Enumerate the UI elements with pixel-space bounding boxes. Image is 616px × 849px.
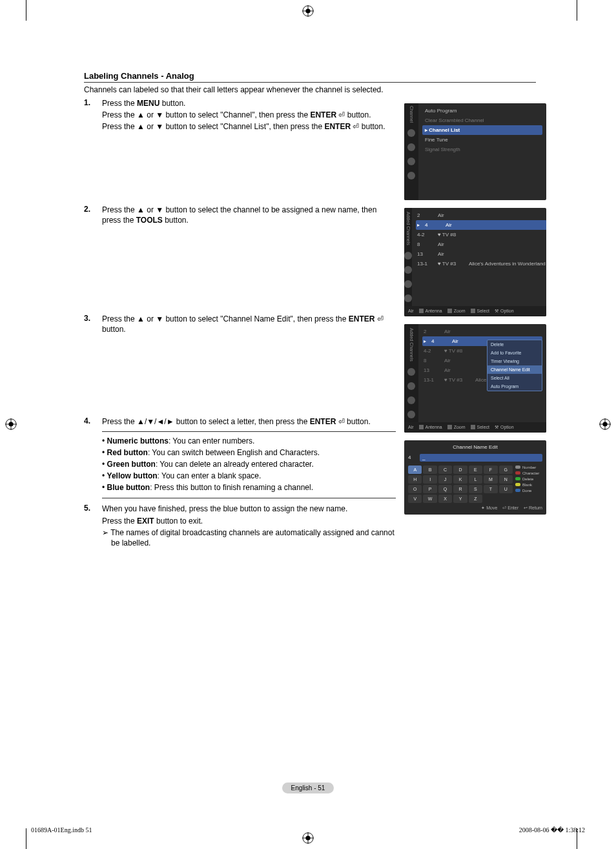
channel-row[interactable]: 4-2♥ TV #8 bbox=[416, 230, 546, 240]
menu-item[interactable]: Fine Tune bbox=[422, 135, 542, 145]
kb-key[interactable]: F bbox=[484, 465, 497, 474]
step-num: 5. bbox=[84, 504, 102, 549]
print-file: 01689A-01Eng.indb 51 bbox=[31, 826, 92, 834]
step-num: 1. bbox=[84, 98, 102, 134]
screenshot-channel-list-tools: Added Channels 2Air ▸ 4Air 4-2♥ TV #8 8A… bbox=[404, 324, 546, 433]
kb-title: Channel Name Edit bbox=[408, 444, 542, 450]
menu-item[interactable]: Clear Scrambled Channel bbox=[422, 116, 542, 125]
section-heading: Labeling Channels - Analog bbox=[84, 71, 536, 83]
enter-icon: ⏎ bbox=[377, 314, 384, 323]
ctx-item[interactable]: Select All bbox=[488, 374, 542, 382]
sub-red: Red button: You can switch between Engli… bbox=[102, 447, 396, 458]
ctx-item[interactable]: Add to Favorite bbox=[488, 349, 542, 357]
channel-row[interactable]: 8Air bbox=[416, 240, 546, 249]
kb-key[interactable]: L bbox=[469, 475, 482, 484]
kb-legend: Number Character Delete Blank Done bbox=[515, 465, 542, 503]
ctx-item[interactable]: Delete bbox=[488, 340, 542, 349]
kb-key[interactable]: H bbox=[408, 475, 422, 484]
antenna-icon bbox=[407, 382, 415, 390]
kb-key[interactable]: D bbox=[453, 465, 467, 474]
kb-key[interactable]: N bbox=[499, 475, 513, 484]
globe-icon bbox=[407, 411, 415, 418]
kb-key[interactable]: P bbox=[423, 485, 436, 493]
kb-key[interactable]: M bbox=[484, 475, 497, 484]
kb-key[interactable]: Y bbox=[453, 495, 467, 503]
side-label: Added Channels bbox=[406, 212, 411, 245]
side-label: Added Channels bbox=[409, 328, 414, 362]
menu-item[interactable]: Signal Strength bbox=[422, 145, 542, 154]
kb-key[interactable]: G bbox=[499, 465, 513, 474]
legend-dot bbox=[515, 489, 520, 492]
kb-footer: ✦ Move ⏎ Enter ↩ Return bbox=[408, 503, 542, 511]
screen-footer: Air Antenna Zoom Select ⚒Option bbox=[404, 422, 546, 433]
screen-footer: Air Antenna Zoom Select ⚒Option bbox=[404, 306, 546, 316]
kb-input[interactable]: _ bbox=[420, 454, 542, 462]
tools-icon: ⚒ bbox=[495, 425, 498, 430]
square-icon bbox=[471, 309, 475, 313]
square-icon bbox=[471, 425, 475, 429]
ctx-item-selected[interactable]: Channel Name Edit bbox=[488, 365, 542, 374]
step-num: 2. bbox=[84, 205, 102, 227]
square-icon bbox=[419, 425, 424, 429]
enter-icon: ⏎ bbox=[353, 122, 359, 131]
kb-key[interactable]: V bbox=[408, 495, 422, 503]
svg-point-7 bbox=[305, 835, 310, 840]
ctx-item[interactable]: Timer Viewing bbox=[488, 357, 542, 365]
kb-key[interactable]: X bbox=[438, 495, 452, 503]
all-icon bbox=[404, 252, 412, 260]
tools-icon: ⚒ bbox=[495, 309, 498, 314]
crop-mark bbox=[26, 0, 26, 21]
all-icon bbox=[407, 368, 415, 376]
kb-channel-num: 4 bbox=[408, 455, 417, 460]
crop-mark bbox=[26, 828, 26, 849]
step-num: 4. bbox=[84, 416, 102, 498]
channel-row[interactable]: 13Air bbox=[416, 249, 546, 259]
kb-key[interactable]: Q bbox=[438, 485, 452, 493]
legend-dot bbox=[515, 483, 520, 486]
channel-row[interactable]: 2Air bbox=[422, 327, 542, 336]
sound-icon bbox=[407, 158, 415, 165]
kb-key[interactable]: J bbox=[438, 475, 452, 484]
step-num: 3. bbox=[84, 314, 102, 336]
kb-key[interactable]: Z bbox=[469, 495, 482, 503]
screenshot-name-edit: Channel Name Edit 4 _ ABCDEFGHIJKLMNOPQR… bbox=[404, 440, 546, 515]
kb-key[interactable]: W bbox=[423, 495, 436, 503]
screenshot-channel-list: Added Channels 2Air ▸ 4Air 4-2♥ TV #8 8A… bbox=[404, 208, 546, 316]
kb-key[interactable]: S bbox=[469, 485, 482, 493]
page-footer: English - 51 bbox=[0, 783, 616, 793]
menu-item-selected[interactable]: ▸ Channel List bbox=[422, 125, 542, 135]
channel-row[interactable]: 13-1♥ TV #3Alice's Adventures in Wonderl… bbox=[416, 259, 546, 269]
channel-row[interactable]: 2Air bbox=[416, 210, 546, 220]
registration-mark-bottom bbox=[302, 832, 314, 844]
kb-key[interactable]: C bbox=[438, 465, 452, 474]
step-note: The names of digital broadcasting channe… bbox=[102, 527, 396, 548]
sub-yellow: Yellow button: You can enter a blank spa… bbox=[102, 471, 396, 481]
menu-item[interactable]: Auto Program bbox=[422, 106, 542, 116]
side-label: Channel bbox=[409, 106, 414, 123]
square-icon bbox=[447, 309, 452, 313]
enter-icon: ⏎ bbox=[338, 417, 345, 426]
ctx-item[interactable]: Auto Program bbox=[488, 382, 542, 391]
legend-dot bbox=[515, 471, 520, 475]
registration-mark-top bbox=[302, 5, 314, 17]
keyboard-grid: ABCDEFGHIJKLMNOPQRSTUVWXYZ bbox=[408, 465, 513, 503]
kb-key[interactable]: K bbox=[453, 475, 467, 484]
kb-key[interactable]: O bbox=[408, 485, 422, 493]
print-info: 01689A-01Eng.indb 51 2008-08-06 �� 1:38:… bbox=[31, 826, 585, 834]
kb-key[interactable]: I bbox=[423, 475, 436, 484]
kb-key[interactable]: E bbox=[469, 465, 482, 474]
kb-key[interactable]: U bbox=[499, 485, 513, 493]
menu-icon bbox=[407, 129, 415, 137]
kb-key[interactable]: B bbox=[423, 465, 436, 474]
channel-row-selected[interactable]: ▸ 4Air bbox=[416, 220, 546, 230]
input-icon bbox=[407, 172, 415, 179]
registration-mark-left bbox=[5, 418, 17, 430]
kb-key[interactable]: A bbox=[408, 465, 422, 474]
sub-green: Green button: You can delete an already … bbox=[102, 459, 396, 469]
tools-context-menu: Delete Add to Favorite Timer Viewing Cha… bbox=[487, 340, 542, 391]
svg-point-3 bbox=[305, 8, 310, 13]
kb-key[interactable]: T bbox=[484, 485, 497, 493]
svg-point-11 bbox=[8, 422, 13, 426]
svg-point-15 bbox=[602, 422, 607, 426]
kb-key[interactable]: R bbox=[453, 485, 467, 493]
